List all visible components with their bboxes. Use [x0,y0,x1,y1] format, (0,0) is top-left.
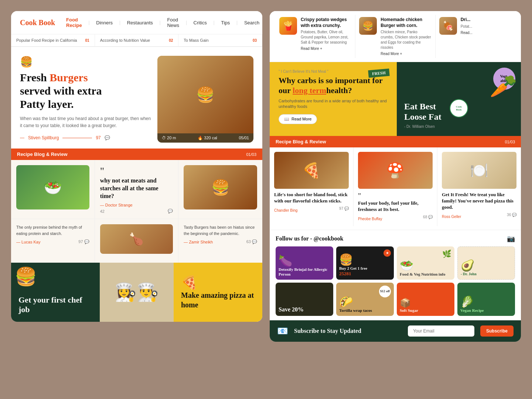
promo-people: 👩‍🍳👨‍🍳 [100,263,174,322]
right-blog-card-2: 🍄 " Fuel your body, fuel your life, fres… [354,147,437,226]
promo-chef: 🍔 Get your first chef job [11,263,100,322]
nav-tips[interactable]: Tips [221,20,230,25]
hero-content: 🍔 Fresh Burgers served with extraPatty l… [20,56,151,143]
blog-card-3: 🍔 [178,160,262,219]
follow-card-sugar-label: Soft Sugar [400,308,451,313]
follow-card-vegan-recipe[interactable]: 🥬 Vegan Recipe [457,283,515,316]
tacos-price-badge: $12 off [379,286,391,297]
nav-critics[interactable]: Critics [194,20,207,25]
top-articles: 🍟 Crispy potato wedges with extra crunch… [270,11,521,62]
article-desc-3: Potat... [461,24,511,29]
follow-card-vegan[interactable]: 🥑 - Dr. John [457,246,515,280]
article-mini-1: 🍟 Crispy potato wedges with extra crunch… [276,15,355,58]
follow-card-save20-label: Save 20% [279,306,330,313]
follow-card-brinjal-label: Detoxify Brinjal for Allergic Person [279,267,330,277]
right-blog-title-2: Fuel your body, fuel your life, freshnes… [358,200,433,213]
blog-footer-2: — Lucas Kay 97 💬 [16,239,89,244]
right-blog-num: 01/03 [505,140,515,144]
nav: Food Recipe | Dinners | Restaurants | Fo… [66,17,259,28]
read-more-2[interactable]: Read More + [381,52,431,56]
blog-section-header: Recipe Blog & Review 01/03 [11,149,262,160]
subscribe-section: 📧 Subscribe to Stay Updated Subscribe [270,320,521,342]
right-blog-title: Recipe Blog & Review [276,139,326,144]
subscribe-email-input[interactable] [408,325,474,337]
dr-credit: - Dr. William Olsen [404,125,514,129]
blog-card-6: Tasty Burgers has been on hiatus since t… [178,219,262,263]
hero-image: 🍔 ⏱ 20 m 🔥 320 cal 05/01 [157,56,253,143]
hero-author: — Stiven Spillburg 97 💬 [20,135,151,140]
tab-nutrition[interactable]: According to Nutrition Value 02 [95,34,179,46]
promo-burger-icon: 🍔 [15,266,37,287]
read-more-3[interactable]: Read... [461,31,511,35]
hero-title: Fresh Burgers served with extraPatty lay… [20,71,151,111]
follow-title: Follow us for - @cookbook 📷 [276,235,515,243]
right-panel: 🍟 Crispy potato wedges with extra crunch… [270,11,521,342]
blog-card-4: The only premise behind the myth of eati… [11,219,95,263]
follow-card-sugar[interactable]: 📦 Soft Sugar [397,283,454,316]
right-blog-card-3: 🍽️ Get It Fresh! We treat you like famil… [437,147,521,226]
follow-card-tacos-label: Tortilla wrap tacos [339,308,391,313]
right-blog-title-3: Get It Fresh! We treat you like family! … [442,192,516,211]
blog-grid-2: The only premise behind the myth of eati… [11,219,262,263]
health-read-more-btn[interactable]: 📖 Read More [279,114,317,124]
hero-image-footer: ⏱ 20 m 🔥 320 cal 05/01 [157,133,253,143]
health-title: Why carbs is so important for our long t… [279,76,388,95]
follow-card-nutrition[interactable]: 🥗 Food & Veg Nutrition info 🌿 [397,246,454,280]
blog-desc-1: The only premise behind the myth of eati… [16,224,89,236]
follow-section: Follow us for - @cookbook 📷 🍆 Detoxify B… [270,230,521,320]
follow-card-vegan-label: - Dr. John [461,272,512,276]
subscribe-button[interactable]: Subscribe [480,325,514,337]
follow-card-tacos[interactable]: 🌮 Tortilla wrap tacos $12 off [336,283,394,316]
promo-strip: 🍔 Get your first chef job 👩‍🍳👨‍🍳 🍕 Make … [11,263,262,322]
nav-search[interactable]: Search [244,20,259,25]
nav-food-recipe[interactable]: Food Recipe [66,17,82,28]
tab-mass-gain[interactable]: To Mass Gain 03 [178,34,262,46]
subscribe-title: Subscribe to Stay Updated [294,328,402,334]
tab-popular[interactable]: Popular Food Recipe in California 01 [11,34,95,46]
follow-card-buy2-label: Buy 2 Get 1 free 25281 [339,266,391,277]
article-desc-1: Potatoes, Butter, Olive oil, Ground papr… [301,30,351,45]
right-blog-footer-2: Pheobe Buffay 68 💬 [358,215,433,222]
blog-quote-icon: " [358,192,433,200]
nav-food-news[interactable]: Food News [167,17,179,28]
article-content-2: Homemade chicken Burger with corn. Chick… [381,17,431,56]
nav-dinners[interactable]: Dinners [96,20,113,25]
left-panel: Cook Book Food Recipe | Dinners | Restau… [11,11,262,322]
follow-card-vegan-recipe-label: Vegan Recipe [460,308,512,313]
health-desc: Carbohydrates are found in a wide array … [279,98,388,110]
follow-grid: 🍆 Detoxify Brinjal for Allergic Person 🍔… [276,246,515,316]
nav-restaurants[interactable]: Restaurants [127,20,153,25]
instagram-icon[interactable]: 📷 [507,235,515,243]
blog-footer: 42 💬 [100,209,173,214]
blog-card-2: " why not eat meats and starches all at … [95,160,179,219]
follow-card-brinjal[interactable]: 🍆 Detoxify Brinjal for Allergic Person [276,246,333,280]
quote-mark: " [100,165,173,177]
blog-card-5: 🍗 [95,219,179,263]
blog-footer-3: — Zamir Sheikh 63 💬 [184,239,257,244]
tab-bar: Popular Food Recipe in California 01 Acc… [11,34,262,47]
article-content-1: Crispy potato wedges with extra crunchy.… [301,17,351,56]
read-more-1[interactable]: Read More + [301,47,351,51]
blog-card-1: 🥗 [11,160,95,219]
right-blog-img-3: 🍽️ [442,152,516,189]
blog-author: — Doctor Strange [100,203,173,207]
article-mini-2: 🍔 Homemade chicken Burger with corn. Chi… [355,15,435,58]
right-blog-title-1: Life's too short for bland food, stick w… [274,192,349,204]
follow-card-save20[interactable]: Save 20% [276,283,333,316]
article-title-1: Crispy potato wedges with extra crunchy. [301,17,351,28]
right-blog-card-1: 🍕 Life's too short for bland food, stick… [270,147,353,226]
promo-pizza-title: Make amazing pizza at home [181,290,255,310]
article-img-1: 🍟 [279,17,297,35]
health-left: " I Can't Believe It's Not Meal " Why ca… [270,62,397,136]
right-blog-header: Recipe Blog & Review 01/03 [270,136,521,147]
hero-desc: When was the last time you heard about a… [20,115,151,129]
health-right: Vegt-ables 🥕 CookBook Eat Best Loose Fat… [397,62,521,136]
blog-quote: why not eat meats and starches all at th… [100,177,173,200]
subscribe-icon: 📧 [277,326,288,336]
article-title-2: Homemade chicken Burger with corn. [381,17,431,28]
article-content-3: Dri... Potat... Read... [461,17,511,56]
follow-card-buy2[interactable]: 🍔 Buy 2 Get 1 free 25281 ★ [336,246,394,280]
blog-desc-2: Tasty Burgers has been on hiatus since t… [184,224,257,236]
logo[interactable]: Cook Book [20,18,55,27]
right-blog-footer-1: Chandler Bing 97 💬 [274,207,349,213]
